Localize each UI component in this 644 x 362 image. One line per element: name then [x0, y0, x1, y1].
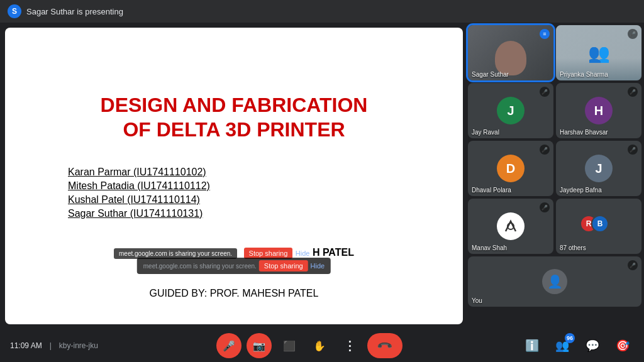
- raise-hand-button[interactable]: ✋: [307, 333, 332, 358]
- participant-name-dhaval: Dhaval Polara: [472, 187, 511, 194]
- chat-button[interactable]: 💬: [581, 334, 604, 357]
- mic-icon: 🎤: [223, 340, 235, 352]
- present-icon: ⬛: [283, 340, 296, 352]
- participant-tile-harshav: H Harshav Bhavsar: [556, 83, 641, 138]
- active-speaker-indicator: [540, 29, 550, 39]
- participant-tile-you: You: [468, 256, 641, 307]
- jay-mic-icon: [540, 87, 550, 97]
- svg-point-0: [499, 215, 522, 238]
- hide-button[interactable]: Hide: [296, 250, 310, 257]
- priyanka-mic-icon: [628, 29, 638, 39]
- activities-icon: 🎯: [616, 339, 630, 353]
- chat-icon: 💬: [586, 339, 599, 353]
- participant-tile-sagar: Sagar Suthar: [468, 25, 553, 80]
- top-bar: S Sagar Suthar is presenting: [0, 0, 644, 23]
- participant-tile-jaydeep: J Jaydeep Bafna: [556, 141, 641, 196]
- participant-tile-others: R B 87 others: [556, 199, 641, 254]
- screen-share-banner: meet.google.com is sharing your screen. …: [137, 258, 331, 274]
- jaydeep-mic-icon: [628, 145, 638, 155]
- slide-authors: Karan Parmar (IU1741110102) Mitesh Patad…: [68, 167, 210, 222]
- slide-author-2: Mitesh Patadia (IU1741110112): [68, 180, 210, 192]
- bottom-toolbar: 11:09 AM | kby-inre-jku 🎤 📷 ⬛ ✋ ⋮ 📞 ℹ️: [0, 329, 644, 362]
- info-button[interactable]: ℹ️: [521, 334, 543, 357]
- slide-author-1: Karan Parmar (IU1741110102): [68, 167, 210, 178]
- participant-name-manav: Manav Shah: [472, 244, 507, 251]
- mic-button[interactable]: 🎤: [216, 333, 242, 358]
- dhaval-mic-icon: [540, 145, 550, 155]
- harshav-avatar: H: [585, 97, 613, 124]
- participant-name-you: You: [472, 297, 482, 304]
- participant-tile-manav: Manav Shah: [468, 199, 553, 254]
- dhaval-avatar: D: [497, 155, 525, 182]
- activities-button[interactable]: 🎯: [611, 334, 634, 357]
- others-avatar-2: B: [591, 215, 609, 233]
- bottom-right-controls: ℹ️ 👥 96 💬 🎯: [521, 334, 634, 357]
- people-badge: 96: [565, 333, 575, 343]
- presenter-text: Sagar Suthar is presenting: [26, 7, 123, 16]
- you-avatar: [542, 269, 567, 294]
- hide-btn-2[interactable]: Hide: [311, 262, 325, 270]
- presenter-avatar: S: [8, 4, 21, 18]
- meeting-time: 11:09 AM: [10, 341, 42, 350]
- main-layout: DESIGN AND FABRICATIONOF DELTA 3D PRINTE…: [0, 23, 644, 329]
- participant-name-harshav: Harshav Bhavsar: [560, 129, 608, 136]
- participants-sidebar: Sagar Suthar 👥 Priyanka Sharma J Jay Rav…: [468, 23, 644, 329]
- end-call-button[interactable]: 📞: [367, 333, 402, 358]
- participant-name-priyanka: Priyanka Sharma: [560, 71, 608, 78]
- meeting-code: kby-inre-jku: [59, 341, 98, 350]
- guided-by-slide: GUIDED BY: PROF. MAHESH PATEL: [150, 288, 319, 299]
- more-options-icon: ⋮: [343, 338, 356, 353]
- others-avatars: R B: [580, 215, 618, 238]
- manav-mic-icon: [540, 202, 550, 212]
- jay-avatar: J: [497, 97, 525, 124]
- presentation-area: DESIGN AND FABRICATIONOF DELTA 3D PRINTE…: [5, 28, 463, 324]
- manav-avatar: [497, 212, 525, 240]
- raise-hand-icon: ✋: [313, 340, 326, 352]
- harshav-mic-icon: [628, 87, 638, 97]
- bottom-left: 11:09 AM | kby-inre-jku: [10, 341, 98, 350]
- end-call-icon: 📞: [376, 337, 394, 354]
- people-button[interactable]: 👥 96: [551, 334, 574, 357]
- screen-share-text: meet.google.com is sharing your screen.: [143, 263, 257, 270]
- present-button[interactable]: ⬛: [277, 333, 302, 358]
- stop-sharing-btn-2[interactable]: Stop sharing: [259, 260, 308, 272]
- participant-name-jaydeep: Jaydeep Bafna: [560, 187, 602, 194]
- you-mic-icon: [628, 260, 638, 270]
- participant-name-sagar: Sagar Suthar: [472, 71, 509, 78]
- more-options-button[interactable]: ⋮: [337, 333, 362, 358]
- guided-by-text: H PATEL: [313, 247, 354, 258]
- participant-name-others: 87 others: [560, 244, 586, 251]
- camera-icon: 📷: [253, 340, 265, 352]
- slide-author-4: Sagar Suthar (IU1741110131): [68, 208, 210, 219]
- participant-tile-jay: J Jay Raval: [468, 83, 553, 138]
- bottom-center-controls: 🎤 📷 ⬛ ✋ ⋮ 📞: [216, 333, 402, 358]
- slide-title: DESIGN AND FABRICATIONOF DELTA 3D PRINTE…: [101, 93, 368, 141]
- participant-name-jay: Jay Raval: [472, 129, 499, 136]
- camera-button[interactable]: 📷: [247, 333, 272, 358]
- participant-tile-priyanka: 👥 Priyanka Sharma: [556, 25, 641, 80]
- info-icon: ℹ️: [525, 339, 539, 353]
- participant-tile-dhaval: D Dhaval Polara: [468, 141, 553, 196]
- jaydeep-avatar: J: [585, 155, 613, 182]
- slide-author-3: Kushal Patel (IU1741110114): [68, 194, 210, 206]
